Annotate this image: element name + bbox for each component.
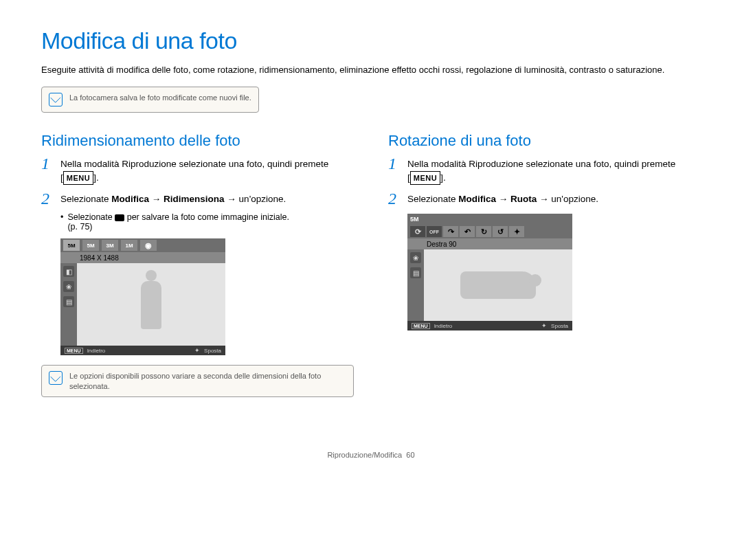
step2-arr: → [496, 194, 510, 204]
bullet-post: per salvare la foto come immagine inizia… [124, 212, 289, 222]
adjust-icon[interactable]: ▤ [63, 296, 74, 307]
step-1-resize: 1 Nella modalità Riproduzione selezionat… [41, 155, 354, 186]
palette-icon[interactable]: ❀ [410, 252, 421, 263]
rotate-btn-0[interactable]: ⟳ [410, 226, 425, 237]
intro-text: Eseguite attività di modifica delle foto… [41, 63, 701, 77]
footer-page-number: 60 [406, 451, 414, 459]
step2-post: → un'opzione. [537, 194, 598, 204]
step2-post: → un'opzione. [225, 194, 286, 204]
screen-left-toolbar: ◧ ❀ ▤ [60, 263, 77, 346]
screen-preview [77, 263, 225, 346]
screen-rotate-toolbar: ⟳ OFF ↷ ↶ ↻ ↺ ✦ [407, 225, 572, 238]
screen-sub-label: 1984 X 1488 [60, 252, 225, 263]
size-option-1m[interactable]: 1M [121, 240, 137, 251]
rotate-btn-left[interactable]: ↶ [460, 226, 475, 237]
footer-section: Riproduzione/Modifica [327, 451, 402, 459]
note-text-1: La fotocamera salva le foto modificate c… [69, 93, 251, 102]
back-label: Indietro [87, 348, 106, 354]
step2-pre: Selezionate [407, 194, 458, 204]
step-number: 2 [388, 190, 401, 207]
step-2-rotate: 2 Selezionate Modifica → Ruota → un'opzi… [388, 190, 701, 207]
size-option-3m[interactable]: 3M [102, 240, 118, 251]
device-screen-rotate: 5M ⟳ OFF ↷ ↶ ↻ ↺ ✦ Destra 90 ❀ ▤ MENU In… [407, 214, 572, 331]
step-number: 2 [41, 190, 54, 207]
step-text: Nella modalità Riproduzione selezionate … [60, 159, 328, 169]
step-number: 1 [41, 155, 54, 172]
size-option-initial-icon[interactable]: ◉ [140, 240, 157, 251]
column-resize: Ridimensionamento delle foto 1 Nella mod… [41, 125, 354, 410]
note-icon [49, 371, 63, 385]
device-screen-resize: 5M 5M 3M 1M ◉ 1984 X 1488 ◧ ❀ ▤ MENU Ind… [60, 238, 225, 355]
page-footer: Riproduzione/Modifica 60 [41, 451, 701, 459]
note-text-2: Le opzioni disponibili possono variare a… [69, 371, 346, 391]
bullet-pre: Selezionate [67, 212, 115, 222]
screen-top-label: 5M [407, 214, 572, 225]
rotate-btn-right[interactable]: ↷ [443, 226, 458, 237]
menu-button[interactable]: MENU [63, 171, 93, 186]
step2-arr1: → [149, 194, 164, 204]
resize-icon[interactable]: ◧ [63, 266, 74, 277]
screen-bottom-bar: MENU Indietro ✦ Sposta [60, 346, 225, 355]
step-1-rotate: 1 Nella modalità Riproduzione selezionat… [388, 155, 701, 186]
palette-icon[interactable]: ❀ [63, 281, 74, 292]
adjust-icon[interactable]: ▤ [410, 267, 421, 278]
move-icon: ✦ [194, 347, 200, 354]
heading-rotate: Rotazione di una foto [388, 132, 701, 150]
screen-left-toolbar: ❀ ▤ [407, 249, 424, 321]
screen-bottom-bar: MENU Indietro ✦ Sposta [407, 321, 572, 331]
move-icon: ✦ [541, 322, 547, 329]
step2-pre: Selezionate [60, 194, 111, 204]
step-number: 1 [388, 155, 401, 172]
note-icon [49, 93, 63, 107]
menu-label: MENU [412, 323, 430, 329]
rotate-btn-flip[interactable]: ✦ [509, 226, 524, 237]
bullet-save-initial: Selezionate per salvare la foto come imm… [60, 212, 354, 232]
screen-preview [424, 249, 572, 321]
heading-resize: Ridimensionamento delle foto [41, 132, 354, 150]
rotate-btn-ccw[interactable]: ↺ [493, 226, 508, 237]
screen-sub-label: Destra 90 [407, 238, 572, 249]
column-rotate: Rotazione di una foto 1 Nella modalità R… [388, 125, 701, 410]
bullet-ref: (p. 75) [67, 222, 289, 232]
step-text: Nella modalità Riproduzione selezionate … [407, 159, 675, 169]
step2-b1: Modifica [111, 194, 149, 204]
menu-label: MENU [65, 348, 83, 354]
move-label: Sposta [204, 348, 221, 354]
note-box-1: La fotocamera salva le foto modificate c… [41, 87, 259, 113]
menu-button[interactable]: MENU [410, 171, 440, 186]
initial-image-icon [115, 214, 124, 221]
step2-b2: Ruota [510, 194, 537, 204]
step-2-resize: 2 Selezionate Modifica → Ridimensiona → … [41, 190, 354, 207]
silhouette-lying [460, 271, 536, 299]
rotate-btn-off[interactable]: OFF [427, 226, 442, 237]
page-title: Modifica di una foto [41, 27, 701, 54]
size-option-5m-b[interactable]: 5M [82, 240, 99, 251]
rotate-btn-cw[interactable]: ↻ [476, 226, 491, 237]
screen-top-toolbar: 5M 5M 3M 1M ◉ [60, 238, 225, 252]
step2-b1: Modifica [458, 194, 496, 204]
note-box-2: Le opzioni disponibili possono variare a… [41, 365, 354, 397]
move-label: Sposta [551, 323, 568, 329]
step2-b2: Ridimensiona [164, 194, 225, 204]
back-label: Indietro [434, 323, 453, 329]
silhouette-standing [134, 270, 168, 339]
size-option-5m[interactable]: 5M [63, 240, 80, 251]
